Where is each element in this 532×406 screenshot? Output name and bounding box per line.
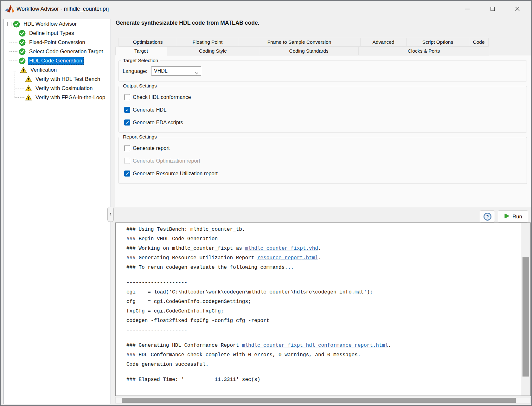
horizontal-scrollbar[interactable] bbox=[115, 397, 531, 403]
tab-script-options[interactable]: Script Options bbox=[406, 38, 469, 47]
tab-coding-standards[interactable]: Coding Standards bbox=[259, 47, 359, 55]
log-line: cgi = load('C:\hdlcoder\work\codegen\mlh… bbox=[126, 287, 521, 297]
option-generate-hdl[interactable]: Generate HDL bbox=[124, 103, 523, 116]
panel-collapse-handle[interactable] bbox=[107, 207, 114, 222]
option-generate-eda-scripts[interactable]: Generate EDA scripts bbox=[124, 116, 523, 129]
tree-item-fixed-point-conversion[interactable]: Fixed-Point Conversion bbox=[3, 38, 111, 47]
minimize-button[interactable] bbox=[459, 3, 475, 15]
console-link-resource-report-html[interactable]: resource_report.html bbox=[257, 255, 318, 261]
horizontal-scrollbar-thumb[interactable] bbox=[122, 398, 516, 403]
log-blank-line bbox=[126, 369, 521, 375]
tree-item-label: Verify with FPGA-in-the-Loop bbox=[34, 94, 106, 101]
tab-clocks-ports[interactable]: Clocks & Ports bbox=[358, 47, 489, 55]
tab-row-top: OptimizationsFloating PointFrame to Samp… bbox=[119, 38, 490, 47]
checkbox-label: Generate Resource Utilization report bbox=[133, 171, 218, 177]
tree-item-verify-with-cosimulation[interactable]: Verify with Cosimulation bbox=[3, 84, 111, 93]
tree-item-verify-with-fpga-in-the-loop[interactable]: Verify with FPGA-in-the-Loop bbox=[3, 93, 111, 102]
tree-item-hdl-workflow-advisor[interactable]: HDL Workflow Advisor bbox=[3, 19, 111, 29]
workflow-advisor-window: Workflow Advisor - mlhdlc_counter.prj HD… bbox=[0, 0, 532, 406]
warning-icon bbox=[20, 67, 27, 74]
log-line: codegen -float2fixed fxpCfg -config cfg … bbox=[126, 316, 521, 325]
log-text-segment: . bbox=[318, 246, 321, 251]
tab-code[interactable]: Code bbox=[469, 38, 489, 47]
target-selection-group: Target Selection Language: VHDL bbox=[119, 61, 527, 81]
log-text-segment: codegen -float2fixed fxpCfg -config cfg … bbox=[126, 318, 269, 324]
run-label: Run bbox=[512, 214, 522, 220]
tab-optimizations[interactable]: Optimizations bbox=[119, 38, 177, 47]
log-text-segment: cfg = cgi.CodeGenInfo.codegenSettings; bbox=[126, 299, 251, 305]
tab-advanced[interactable]: Advanced bbox=[360, 38, 407, 47]
log-line: ### Elapsed Time: ' 11.3311' sec(s) bbox=[126, 375, 521, 384]
log-line: ### To rerun codegen evaluate the follow… bbox=[126, 263, 521, 272]
log-line: cfg = cgi.CodeGenInfo.codegenSettings; bbox=[126, 297, 521, 306]
log-line: fxpCfg = cgi.CodeGenInfo.fxpCfg; bbox=[126, 306, 521, 316]
tree-item-label: Verify with HDL Test Bench bbox=[34, 75, 101, 83]
tab-row-bottom: TargetCoding StyleCoding StandardsClocks… bbox=[115, 47, 490, 55]
log-console: ### Using TestBench: mlhdlc_counter_tb.#… bbox=[115, 222, 531, 396]
log-line: ### Generating HDL Conformance Report ml… bbox=[126, 341, 521, 350]
log-text-segment: cgi = load('C:\hdlcoder\work\codegen\mlh… bbox=[126, 289, 373, 295]
log-text-segment: . bbox=[388, 343, 391, 348]
window-title: Workflow Advisor - mlhdlc_counter.prj bbox=[16, 1, 109, 17]
passed-check-icon bbox=[19, 39, 26, 46]
passed-check-icon bbox=[19, 57, 26, 64]
log-line: ### Working on mlhdlc_counter_fixpt as m… bbox=[126, 244, 521, 253]
log-line: ### Using TestBench: mlhdlc_counter_tb. bbox=[126, 225, 521, 234]
tab-floating-point[interactable]: Floating Point bbox=[177, 38, 238, 47]
tab-target[interactable]: Target bbox=[115, 47, 167, 55]
run-button[interactable]: Run bbox=[498, 210, 528, 222]
maximize-button[interactable] bbox=[485, 3, 501, 15]
log-line: -------------------- bbox=[126, 278, 521, 287]
log-text-segment: fxpCfg = cgi.CodeGenInfo.fxpCfg; bbox=[126, 308, 224, 314]
checkbox-generate-hdl[interactable] bbox=[124, 107, 130, 113]
tree-item-verification[interactable]: Verification bbox=[3, 65, 111, 74]
matlab-logo-icon bbox=[5, 4, 15, 13]
log-line: Code generation successful. bbox=[126, 360, 521, 369]
log-text-segment: ### Generating HDL Conformance Report bbox=[126, 343, 242, 348]
log-text-segment: ### HDL Conformance check complete with … bbox=[126, 352, 361, 358]
tree-item-label: Verify with Cosimulation bbox=[34, 85, 94, 92]
passed-check-icon bbox=[13, 21, 20, 28]
tree-collapse-icon[interactable] bbox=[7, 22, 11, 26]
language-select[interactable]: VHDL bbox=[151, 66, 201, 76]
log-text-segment: ### Elapsed Time: ' 11.3311' sec(s) bbox=[126, 377, 260, 383]
checkbox-label: Generate HDL bbox=[133, 107, 166, 113]
log-blank-line bbox=[126, 335, 521, 341]
warning-icon bbox=[25, 85, 32, 92]
language-value: VHDL bbox=[154, 68, 168, 74]
task-description: Generate synthesizable HDL code from MAT… bbox=[116, 20, 259, 26]
workflow-tree-panel: HDL Workflow AdvisorDefine Input TypesFi… bbox=[3, 19, 111, 404]
group-legend: Target Selection bbox=[121, 58, 160, 63]
checkbox-generate-resource-utilization-report[interactable] bbox=[124, 171, 130, 177]
svg-text:?: ? bbox=[486, 214, 489, 219]
log-blank-line bbox=[126, 272, 521, 278]
vertical-scrollbar[interactable] bbox=[521, 223, 530, 396]
tab-frame-to-sample-conversion[interactable]: Frame to Sample Conversion bbox=[238, 38, 361, 47]
tree-collapse-icon[interactable] bbox=[13, 68, 17, 72]
tree-item-select-code-generation-target[interactable]: Select Code Generation Target bbox=[3, 47, 111, 56]
tree-item-hdl-code-generation[interactable]: HDL Code Generation bbox=[3, 56, 111, 65]
checkbox-check-hdl-conformance[interactable] bbox=[124, 94, 130, 100]
console-link-mlhdlc-counter-fixpt-hdl-conformance-report-html[interactable]: mlhdlc_counter_fixpt_hdl_conformance_rep… bbox=[242, 343, 388, 348]
option-generate-optimization-report: Generate Optimization report bbox=[124, 154, 523, 167]
tab-coding-style[interactable]: Coding Style bbox=[167, 47, 259, 55]
settings-tabstrip: OptimizationsFloating PointFrame to Samp… bbox=[115, 38, 490, 55]
checkbox-generate-optimization-report bbox=[124, 158, 130, 164]
checkbox-generate-eda-scripts[interactable] bbox=[124, 119, 130, 126]
tree-item-define-input-types[interactable]: Define Input Types bbox=[3, 29, 111, 38]
vertical-scrollbar-thumb[interactable] bbox=[522, 257, 529, 377]
close-button[interactable] bbox=[510, 3, 525, 15]
option-generate-report[interactable]: Generate report bbox=[124, 142, 523, 154]
language-label: Language: bbox=[123, 68, 147, 74]
option-check-hdl-conformance[interactable]: Check HDL conformance bbox=[124, 91, 523, 103]
tree-item-verify-with-hdl-test-bench[interactable]: Verify with HDL Test Bench bbox=[3, 74, 111, 84]
checkbox-generate-report[interactable] bbox=[124, 145, 130, 151]
title-bar: Workflow Advisor - mlhdlc_counter.prj bbox=[1, 1, 531, 17]
help-button[interactable]: ? bbox=[480, 210, 495, 222]
log-text-segment: ### To rerun codegen evaluate the follow… bbox=[126, 265, 294, 270]
log-line: ### HDL Conformance check complete with … bbox=[126, 350, 521, 360]
console-link-mlhdlc-counter-fixpt-vhd[interactable]: mlhdlc_counter_fixpt.vhd bbox=[245, 246, 318, 251]
option-generate-resource-utilization-report[interactable]: Generate Resource Utilization report bbox=[124, 167, 523, 180]
log-text-segment: Code generation successful. bbox=[126, 362, 208, 367]
tree-item-label: Define Input Types bbox=[28, 29, 75, 37]
